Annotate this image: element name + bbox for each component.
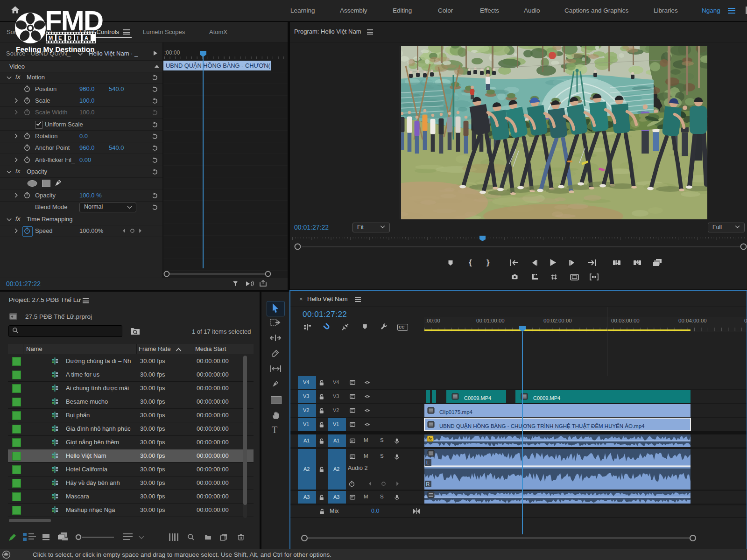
svg-text:C0009.MP4: C0009.MP4 — [464, 395, 491, 401]
svg-text:M: M — [49, 35, 53, 41]
svg-text:fx: fx — [429, 437, 433, 441]
svg-text:A: A — [85, 35, 88, 41]
svg-text:Clip0175.mp4: Clip0175.mp4 — [439, 409, 473, 415]
svg-text:UBND QUẬN HỒNG BÀNG - CHƯƠNG T: UBND QUẬN HỒNG BÀNG - CHƯƠNG TRÌNH NGHỆ … — [439, 423, 645, 429]
svg-text:D: D — [68, 35, 71, 41]
svg-text:I: I — [77, 35, 78, 41]
svg-text:Feeling My Destination: Feeling My Destination — [16, 45, 95, 53]
svg-text:L: L — [426, 460, 429, 465]
svg-text:C0009.MP4: C0009.MP4 — [533, 395, 560, 401]
svg-text:E: E — [58, 35, 62, 41]
svg-text:FMD: FMD — [45, 5, 103, 36]
svg-text:R: R — [426, 481, 430, 487]
